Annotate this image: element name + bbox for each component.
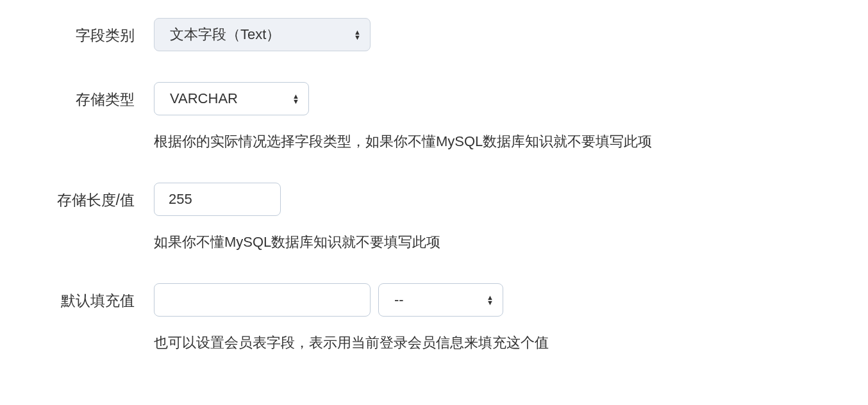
storage-length-input[interactable] [154,183,281,216]
form-row-storage-length: 存储长度/值 如果你不懂MySQL数据库知识就不要填写此项 [0,183,868,252]
default-value-inline: -- [154,283,549,317]
storage-type-select[interactable]: VARCHAR [154,82,309,115]
form-row-storage-type: 存储类型 VARCHAR 根据你的实际情况选择字段类型，如果你不懂MySQL数据… [0,82,868,152]
field-category-select-value: 文本字段（Text） [170,25,280,44]
storage-length-label: 存储长度/值 [0,183,154,210]
storage-type-select-value: VARCHAR [170,90,238,107]
chevron-updown-icon [487,295,494,305]
storage-type-help: 根据你的实际情况选择字段类型，如果你不懂MySQL数据库知识就不要填写此项 [154,132,652,152]
storage-type-control-wrap: VARCHAR 根据你的实际情况选择字段类型，如果你不懂MySQL数据库知识就不… [154,82,652,152]
chevron-updown-icon [292,94,299,104]
default-value-control-wrap: -- 也可以设置会员表字段，表示用当前登录会员信息来填充这个值 [154,283,549,353]
default-value-label: 默认填充值 [0,283,154,311]
field-category-control-wrap: 文本字段（Text） [154,18,371,51]
form-row-field-category: 字段类别 文本字段（Text） [0,18,868,51]
form-row-default-value: 默认填充值 -- 也可以设置会员表字段，表示用当前登录会员信息来填充这个值 [0,283,868,353]
default-value-select[interactable]: -- [378,283,503,317]
field-category-label: 字段类别 [0,18,154,45]
storage-length-help: 如果你不懂MySQL数据库知识就不要填写此项 [154,233,440,252]
storage-type-label: 存储类型 [0,82,154,110]
field-category-select[interactable]: 文本字段（Text） [154,18,371,51]
default-value-help: 也可以设置会员表字段，表示用当前登录会员信息来填充这个值 [154,333,549,353]
storage-length-control-wrap: 如果你不懂MySQL数据库知识就不要填写此项 [154,183,440,252]
chevron-updown-icon [354,29,361,40]
default-value-select-value: -- [394,292,404,308]
default-value-input[interactable] [154,283,371,317]
